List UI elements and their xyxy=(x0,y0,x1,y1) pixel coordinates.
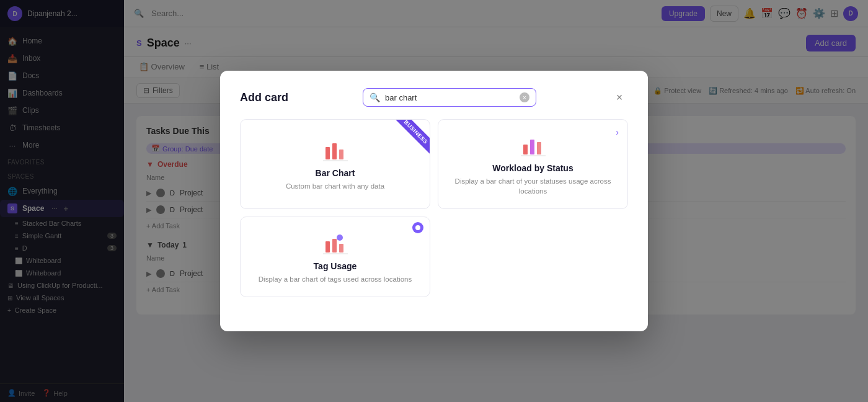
svg-rect-2 xyxy=(339,150,343,159)
modal-search-container: 🔍 × xyxy=(363,88,536,107)
modal-overlay[interactable]: Add card 🔍 × × BUSINESS xyxy=(0,0,868,402)
svg-point-11 xyxy=(337,234,343,241)
card-tag-usage[interactable]: Tag Usage Display a bar chart of tags us… xyxy=(240,217,430,297)
cards-grid: BUSINESS Bar Chart Custom bar chart with… xyxy=(240,119,628,297)
card-tag-title: Tag Usage xyxy=(314,261,357,271)
search-icon: 🔍 xyxy=(370,92,380,102)
modal-close-button[interactable]: × xyxy=(611,89,628,106)
card-tag-desc: Display a bar chart of tags used across … xyxy=(259,274,412,284)
search-clear-button[interactable]: × xyxy=(520,92,529,102)
card-workload-title: Workload by Status xyxy=(492,163,573,173)
svg-rect-9 xyxy=(332,239,337,252)
search-input[interactable] xyxy=(385,93,515,102)
modal-title: Add card xyxy=(240,91,288,104)
svg-rect-5 xyxy=(530,140,534,154)
card-workload-by-status[interactable]: › Workload by Status Display a bar chart… xyxy=(438,119,628,209)
workload-chart-icon xyxy=(521,135,546,157)
card-bar-chart-desc: Custom bar chart with any data xyxy=(286,181,384,191)
svg-rect-4 xyxy=(523,145,528,154)
tag-badge-container xyxy=(412,222,423,233)
card-bar-chart[interactable]: BUSINESS Bar Chart Custom bar chart with… xyxy=(240,119,430,209)
card-workload-desc: Display a bar chart of your statuses usa… xyxy=(451,176,615,196)
tag-chart-icon xyxy=(323,233,348,255)
modal-header: Add card 🔍 × × xyxy=(240,88,628,107)
tag-badge-icon xyxy=(412,222,423,233)
svg-rect-10 xyxy=(339,244,343,252)
svg-rect-8 xyxy=(326,241,330,252)
workload-arrow-icon: › xyxy=(616,127,619,137)
bar-chart-icon xyxy=(323,140,348,162)
svg-rect-6 xyxy=(537,142,541,154)
svg-rect-1 xyxy=(332,143,337,159)
business-badge-container: BUSINESS xyxy=(385,120,430,164)
svg-rect-0 xyxy=(326,147,330,159)
card-bar-chart-title: Bar Chart xyxy=(316,168,355,178)
business-badge: BUSINESS xyxy=(391,120,430,154)
modal: Add card 🔍 × × BUSINESS xyxy=(220,71,648,331)
